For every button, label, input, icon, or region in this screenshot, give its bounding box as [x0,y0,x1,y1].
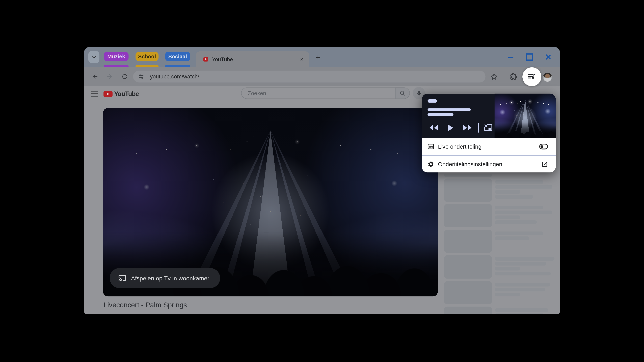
chevron-down-icon [91,54,96,60]
skeleton-line [495,288,545,291]
back-button[interactable] [89,70,101,82]
cast-chip[interactable]: Afspelen op Tv in woonkamer [110,268,220,288]
skeleton-line [495,236,530,240]
skeleton-line [495,206,544,210]
related-videos-sidebar [444,171,556,314]
skeleton-video-item [444,255,554,279]
caption-settings-row[interactable]: Ondertitelingsinstellingen [422,155,556,172]
skeleton-text-lines [495,178,552,202]
close-icon: ✕ [545,53,552,61]
media-controls-popup: Live ondertiteling Ondertitelingsinstell… [422,93,556,172]
minimize-button[interactable] [505,51,516,63]
star-icon [490,73,498,80]
skeleton-text-lines [495,230,544,253]
new-tab-button[interactable]: + [313,52,323,62]
tab-title: YouTube [212,56,298,62]
skeleton-line [495,195,533,199]
artwork-crowd [494,123,556,138]
avatar [543,72,552,81]
skeleton-text-lines [495,255,554,279]
skeleton-line [495,185,552,189]
browser-window: Muziek School Sociaal YouTube × + ✕ [84,47,560,314]
skeleton-line [495,231,544,235]
skeleton-bar [428,99,437,102]
media-controls-button[interactable] [522,67,541,86]
tab-search-button[interactable] [88,51,100,63]
skeleton-text-lines [495,204,552,227]
caption-settings-label: Ondertitelingsinstellingen [438,161,541,167]
skeleton-line [495,257,554,261]
forward-arrow-icon [106,73,113,80]
skeleton-line [495,262,546,266]
skeleton-line [495,180,544,184]
media-artwork [494,93,556,138]
skeleton-line [495,216,520,219]
video-player[interactable]: Afspelen op Tv in woonkamer [103,108,438,296]
play-button[interactable] [448,124,453,131]
skeleton-line [495,313,544,314]
tune-icon[interactable] [138,73,144,80]
search-box[interactable] [241,87,395,99]
live-caption-row[interactable]: Live ondertiteling [422,138,556,155]
skeleton-text-lines [495,281,550,304]
profile-button[interactable] [541,71,553,83]
tab-group-chip-muziek[interactable]: Muziek [104,52,129,61]
skeleton-thumbnail [444,307,492,314]
skeleton-thumbnail [444,204,492,227]
skeleton-line [495,293,520,296]
live-caption-toggle[interactable] [539,144,548,149]
skeleton-line [495,272,551,276]
omnibox[interactable]: youtube.com/watch/ [133,70,485,82]
skeleton-line [495,190,520,194]
open-in-new-icon [541,161,548,167]
tab-close-button[interactable]: × [298,56,305,63]
skeleton-line [495,211,552,214]
playback-controls [422,121,492,134]
reload-button[interactable] [119,70,131,82]
mic-icon [416,90,422,96]
skeleton-video-item [444,230,554,253]
search-input[interactable] [247,90,384,97]
tab-strip: Muziek School Sociaal YouTube × + ✕ [84,47,560,67]
bookmark-button[interactable] [488,70,500,82]
forward-button[interactable] [104,70,116,82]
minimize-icon [508,56,513,58]
tab-youtube[interactable]: YouTube × [196,51,309,67]
tab-group-underline-muziek [104,65,129,67]
skeleton-thumbnail [444,281,492,304]
maximize-button[interactable] [524,51,535,63]
close-window-button[interactable]: ✕ [542,51,554,63]
skeleton-video-item [444,307,554,314]
controls-divider [478,123,479,133]
playlist-music-icon [527,71,537,81]
skeleton-list [444,178,554,314]
gear-icon [427,161,434,167]
toggle-knob [540,145,544,148]
skeleton-line [495,267,520,271]
video-title: Liveconcert - Palm Springs [104,301,187,310]
back-arrow-icon [92,73,98,80]
next-track-button[interactable] [462,124,472,131]
menu-button[interactable] [91,91,98,97]
live-caption-label: Live ondertiteling [438,143,539,150]
extensions-button[interactable] [508,70,520,82]
skeleton-line [495,308,548,312]
live-caption-icon [427,143,434,150]
tab-group-chip-sociaal[interactable]: Sociaal [165,52,190,61]
puzzle-icon [510,73,517,80]
youtube-favicon-icon [203,57,208,61]
tab-group-chip-school[interactable]: School [136,52,158,61]
search-icon [399,90,406,96]
skeleton-video-item [444,281,554,304]
previous-track-button[interactable] [429,124,439,131]
skeleton-video-item [444,204,554,227]
youtube-logo[interactable]: YouTube [104,90,139,98]
tab-group-underline-sociaal [165,65,190,67]
skeleton-line [495,221,537,224]
skeleton-line [495,283,550,286]
skeleton-thumbnail [444,255,492,279]
youtube-play-icon [104,91,112,97]
skeleton-thumbnail-partial [444,174,492,177]
picture-in-picture-button[interactable] [484,124,492,131]
search-button[interactable] [395,87,410,99]
